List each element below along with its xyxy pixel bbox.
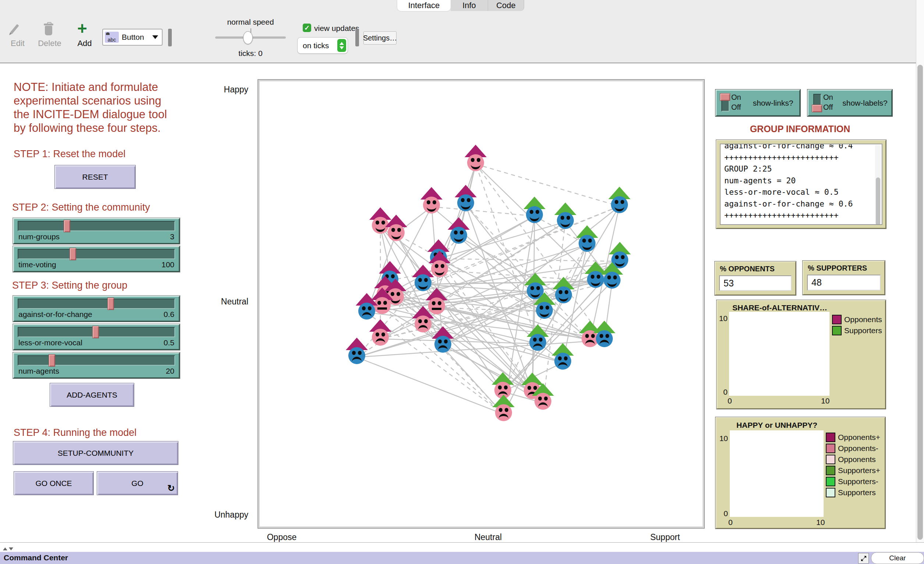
legend-swatch — [832, 315, 842, 324]
output-scrollbar[interactable] — [875, 145, 881, 224]
clear-button[interactable]: Clear — [871, 552, 924, 564]
update-mode-value: on ticks — [303, 41, 329, 50]
command-center-bar: Command Center Clear — [0, 552, 924, 564]
speed-slider-thumb[interactable] — [243, 31, 253, 44]
slider-thumb[interactable] — [48, 354, 55, 367]
view-updates-checkbox[interactable]: ✓ — [303, 24, 311, 32]
show-labels-switch[interactable]: OnOff show-labels? — [807, 89, 892, 116]
reset-button[interactable]: RESET — [54, 165, 136, 189]
edit-button[interactable]: Edit — [7, 39, 29, 48]
agent-magenta-sad[interactable] — [356, 293, 378, 321]
slider-thumb[interactable] — [92, 326, 99, 338]
step2-heading: STEP 2: Setting the community — [12, 202, 150, 213]
add-icon: + — [77, 23, 87, 34]
show-links-label: show-links? — [749, 90, 797, 115]
agent-magenta-happy[interactable] — [429, 251, 451, 279]
legend-item: Opponents- — [826, 443, 880, 454]
agent-magenta-happy[interactable] — [420, 187, 442, 215]
agent-green-happy[interactable] — [576, 225, 598, 253]
slider-time-voting[interactable]: time-voting100 — [13, 246, 180, 272]
slider-thumb[interactable] — [107, 298, 114, 310]
note-text: NOTE: Initiate and formulateexperimental… — [14, 80, 167, 135]
agent-magenta-sad[interactable] — [346, 338, 368, 365]
go-button[interactable]: GO ↻ — [97, 471, 178, 495]
agent-green-happy[interactable] — [601, 262, 623, 290]
widget-type-dropdown[interactable]: abc Button — [102, 29, 163, 46]
axis-label-neutral-left: Neutral — [204, 297, 248, 307]
agent-magenta-happy[interactable] — [385, 215, 407, 243]
legend-swatch — [826, 433, 836, 442]
agent-magenta-sad[interactable] — [369, 319, 392, 347]
go-button-label: GO — [131, 479, 144, 488]
slider-against-or-for-change[interactable]: against-or-for-change0.6 — [13, 296, 180, 322]
slider-thumb[interactable] — [69, 248, 76, 260]
step1-heading: STEP 1: Reset the model — [14, 148, 125, 160]
slider-num-groups[interactable]: num-groups3 — [13, 218, 180, 244]
command-center-splitter[interactable] — [0, 542, 924, 552]
agent-green-sad[interactable] — [492, 395, 514, 423]
switch-knob-icon[interactable] — [812, 105, 822, 112]
agent-magenta-happy[interactable] — [454, 185, 477, 213]
agent-magenta-happy[interactable] — [448, 217, 470, 245]
expand-icon[interactable] — [858, 553, 869, 564]
tab-bar: InterfaceInfoCode — [397, 0, 524, 11]
update-mode-select[interactable]: on ticks — [297, 37, 348, 54]
slider-value: 20 — [166, 367, 174, 376]
settings-button[interactable]: Settings… — [363, 31, 396, 45]
agent-green-happy[interactable] — [554, 203, 576, 230]
add-agents-button[interactable]: ADD-AGENTS — [50, 383, 134, 407]
slider-num-agents[interactable]: num-agents20 — [13, 352, 180, 379]
agent-green-happy[interactable] — [524, 197, 546, 224]
slider-name: against-or-for-change — [18, 310, 92, 319]
setup-community-button[interactable]: SETUP-COMMUNITY — [13, 441, 178, 465]
tab-code[interactable]: Code — [488, 0, 524, 11]
agent-green-happy[interactable] — [608, 186, 630, 215]
agent-green-happy[interactable] — [533, 292, 555, 320]
agent-magenta-sad[interactable] — [412, 306, 434, 334]
show-labels-label: show-labels? — [841, 90, 889, 115]
legend-item: Supporters+ — [826, 465, 880, 476]
slider-less-or-more-vocal[interactable]: less-or-more-vocal0.5 — [13, 324, 180, 350]
axis-label-unhappy: Unhappy — [201, 510, 248, 520]
share-of-alternatives-plot: SHARE-of-ALTERNATIV… 10 0 0 10 Opponents… — [717, 300, 886, 409]
stepper-icon — [337, 39, 346, 52]
window-scrollbar[interactable] — [916, 0, 924, 542]
group-information-text: against-or-for-change ≈ 0.4 ++++++++++++… — [724, 144, 873, 221]
world-view[interactable] — [258, 79, 705, 529]
supporters-monitor-value: 48 — [807, 275, 880, 290]
slider-value: 100 — [162, 260, 174, 269]
sort-arrows-icon[interactable] — [3, 545, 13, 552]
plot-title: HAPPY or UNHAPPY? — [729, 421, 825, 430]
scrollbar-thumb[interactable] — [917, 65, 923, 540]
axis-label-support: Support — [639, 532, 691, 542]
show-links-switch[interactable]: OnOff show-links? — [716, 89, 800, 116]
agent-green-sad[interactable] — [593, 321, 615, 349]
switch-knob-icon[interactable] — [720, 93, 730, 101]
agent-green-sad[interactable] — [552, 343, 574, 371]
go-once-button[interactable]: GO ONCE — [14, 471, 94, 495]
legend-label: Opponents- — [838, 444, 878, 453]
legend-item: Supporters — [826, 487, 880, 498]
slider-value: 0.5 — [164, 338, 174, 347]
legend-swatch — [826, 444, 836, 453]
agent-green-sad[interactable] — [532, 383, 554, 411]
slider-thumb[interactable] — [64, 220, 70, 232]
step4-heading: STEP 4: Running the model — [14, 427, 136, 438]
toolbar-separator-2 — [356, 29, 359, 47]
chevron-down-icon — [152, 35, 158, 39]
agent-magenta-happy[interactable] — [465, 145, 487, 173]
tab-interface[interactable]: Interface — [397, 0, 451, 11]
agent-magenta-sad[interactable] — [432, 326, 454, 354]
agent-green-happy[interactable] — [552, 277, 574, 305]
edit-icon — [13, 24, 16, 35]
delete-button[interactable]: Delete — [37, 39, 63, 48]
slider-name: less-or-more-vocal — [18, 338, 82, 347]
slider-value: 3 — [170, 232, 174, 241]
agent-green-sad[interactable] — [527, 324, 549, 352]
legend-label: Opponents — [838, 455, 876, 464]
command-center-title: Command Center — [4, 553, 68, 562]
plot-area — [730, 430, 824, 517]
add-button[interactable]: Add — [74, 39, 96, 48]
tab-info[interactable]: Info — [451, 0, 488, 11]
legend-item: Opponents — [832, 314, 882, 325]
